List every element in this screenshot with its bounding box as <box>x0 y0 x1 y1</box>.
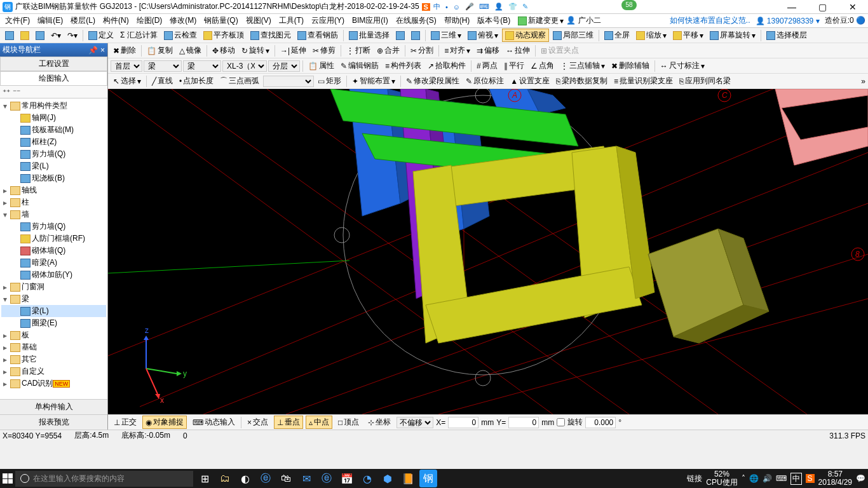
tree-axis-j[interactable]: 轴网(J) <box>1 112 106 124</box>
tree-raft-m[interactable]: 筏板基础(M) <box>1 124 106 136</box>
find-button[interactable]: 查找图元 <box>248 29 294 41</box>
tree-cad[interactable]: ▸CAD识别 NEW <box>1 377 106 390</box>
edit-steel-button[interactable]: ✎ 编辑钢筋 <box>338 60 381 72</box>
x-input[interactable] <box>448 417 478 428</box>
new-change-button[interactable]: 新建变更 ▾ <box>518 15 564 26</box>
app-icon-1[interactable]: ◐ <box>236 470 254 487</box>
menu-tools[interactable]: 工具(T) <box>276 15 306 26</box>
mid-button[interactable]: ▵ 中点 <box>306 416 332 429</box>
move-button[interactable]: ✥ 移动 <box>210 44 238 57</box>
break-button[interactable]: ⋮ 打断 <box>344 44 373 57</box>
tree-darkbeam-a[interactable]: 暗梁(A) <box>1 257 106 269</box>
type1-select[interactable]: 梁 <box>144 60 182 72</box>
element-select[interactable]: XL-3（XL <box>222 60 267 72</box>
tree-shearwall[interactable]: 剪力墙(Q) <box>1 148 106 160</box>
menu-floor[interactable]: 楼层(L) <box>68 15 98 26</box>
rect-button[interactable]: ▭ 矩形 <box>315 75 344 87</box>
level-select[interactable]: 分层1 <box>268 60 300 72</box>
tree-masonry-y[interactable]: 砌体加筋(Y) <box>1 269 106 281</box>
rotate-button[interactable]: ↻ 旋转▾ <box>239 44 272 57</box>
sum-button[interactable]: Σ 汇总计算 <box>118 29 160 41</box>
app-icon-2[interactable]: 📅 <box>338 470 356 487</box>
volume-icon[interactable]: 🔊 <box>763 474 772 483</box>
complist-button[interactable]: ≡ 构件列表 <box>383 60 424 72</box>
tree-door-rf[interactable]: 人防门框墙(RF) <box>1 233 106 245</box>
3d-button[interactable]: 三维▾ <box>428 29 464 41</box>
extend-button[interactable]: →| 延伸 <box>278 44 309 57</box>
batchident-button[interactable]: ≡ 批量识别梁支座 <box>611 75 675 87</box>
app-icon-5[interactable]: 📙 <box>399 470 417 487</box>
tree-column[interactable]: ▸柱 <box>1 196 106 208</box>
ie-icon[interactable]: ⓔ <box>318 470 336 487</box>
keyboard-icon[interactable]: ⌨ <box>776 474 787 483</box>
intersect-button[interactable]: × 交点 <box>244 416 271 429</box>
tree-framecol-z[interactable]: 框柱(Z) <box>1 136 106 148</box>
merge-button[interactable]: ⊕ 合并 <box>374 44 402 57</box>
perp-button[interactable]: ⊥ 垂点 <box>274 416 303 429</box>
ime-indicator[interactable]: S 中 •☺🎤⌨ 👤👕✎ <box>422 2 530 11</box>
notification-badge[interactable]: 58 <box>621 0 637 10</box>
define-button[interactable]: 定义 <box>86 29 116 41</box>
pin-icon[interactable]: 📌 <box>88 46 98 55</box>
tree-masonry-q[interactable]: 砌体墙(Q) <box>1 245 106 257</box>
level-button[interactable]: 平齐板顶 <box>201 29 247 41</box>
tree-slab-b[interactable]: 现浇板(B) <box>1 172 106 184</box>
tree-other[interactable]: ▸其它 <box>1 353 106 365</box>
parallel-button[interactable]: ∥ 平行 <box>501 60 527 72</box>
tree-opening[interactable]: ▸门窗洞 <box>1 281 106 293</box>
menu-component[interactable]: 构件(N) <box>100 15 132 26</box>
type2-select[interactable]: 梁 <box>183 60 221 72</box>
app-icon-4[interactable]: ⬢ <box>379 470 397 487</box>
offset-select[interactable]: 不偏移 <box>397 417 433 428</box>
ortho-button[interactable]: ⊥ 正交 <box>111 416 140 429</box>
align-button[interactable]: ≡ 对齐▾ <box>442 44 473 57</box>
active-app-icon[interactable]: 钢 <box>419 470 437 487</box>
tab-project-settings[interactable]: 工程设置 <box>0 57 107 71</box>
expand-icon[interactable]: ⁺⁺ <box>3 88 10 97</box>
explorer-icon[interactable]: 🗂 <box>216 470 234 487</box>
view-steel-button[interactable]: 查看钢筋 <box>295 29 341 41</box>
select-layer-button[interactable]: 选择楼层 <box>764 29 810 41</box>
tray-up-icon[interactable]: ˄ <box>742 474 745 483</box>
dyn-input-button[interactable]: ⌨ 动态输入 <box>189 416 238 429</box>
property-button[interactable]: 📋 属性 <box>306 60 337 72</box>
prev-icon[interactable] <box>393 30 407 41</box>
menu-file[interactable]: 文件(F) <box>3 15 32 26</box>
phone-link[interactable]: 👤 13907298339 ▾ <box>756 17 820 25</box>
addlen-button[interactable]: • 点加长度 <box>177 75 216 87</box>
tree-foundation[interactable]: ▸基础 <box>1 341 106 353</box>
notifications-icon[interactable]: 💬 <box>856 474 865 483</box>
open-icon[interactable] <box>18 30 32 41</box>
tab-report-preview[interactable]: 报表预览 <box>0 414 107 430</box>
menu-draw[interactable]: 绘图(D) <box>134 15 165 26</box>
menu-view[interactable]: 视图(V) <box>243 15 274 26</box>
rotate-checkbox[interactable] <box>557 418 565 426</box>
taskbar-search[interactable]: 在这里输入你要搜索的内容 <box>15 471 193 487</box>
mail-icon[interactable]: ✉ <box>297 470 315 487</box>
pan-button[interactable]: 平移▾ <box>670 29 706 41</box>
undo-icon[interactable]: ↶▾ <box>48 30 64 41</box>
menu-help[interactable]: 帮助(H) <box>442 15 473 26</box>
help-link[interactable]: 如何快速布置自定义范.. <box>670 15 750 26</box>
floor-select[interactable]: 首层 <box>111 60 142 72</box>
dynamic-view-button[interactable]: 动态观察 <box>502 29 549 42</box>
fullscreen-button[interactable]: 全屏 <box>602 29 632 41</box>
rotate-screen-button[interactable]: 屏幕旋转▾ <box>707 29 758 41</box>
snap-button[interactable]: ◉ 对象捕捉 <box>142 416 187 429</box>
dim-button[interactable]: ↔ 尺寸标注▾ <box>658 60 707 72</box>
tree-wall[interactable]: ▾墙 <box>1 208 106 220</box>
mirror-button[interactable]: △ 镜像 <box>177 44 204 57</box>
twopt-button[interactable]: # 两点 <box>474 60 500 72</box>
angle-button[interactable]: ∠ 点角 <box>528 60 557 72</box>
coord-button[interactable]: ⊹ 坐标 <box>365 416 394 429</box>
tree-slab[interactable]: ▸板 <box>1 329 106 341</box>
ime-s[interactable]: S <box>806 474 815 483</box>
ime-zh[interactable]: 中 <box>790 473 802 485</box>
copyspan-button[interactable]: ⎘ 梁跨数据复制 <box>553 75 610 87</box>
app-icon-3[interactable]: ◔ <box>358 470 376 487</box>
network-icon[interactable]: 🌐 <box>749 474 759 483</box>
user-button[interactable]: 👤 广小二 <box>566 15 600 26</box>
tab-single-component[interactable]: 单构件输入 <box>0 399 107 414</box>
three-axis-button[interactable]: ⋮ 三点辅轴▾ <box>558 60 607 72</box>
menu-cloud[interactable]: 云应用(Y) <box>309 15 347 26</box>
